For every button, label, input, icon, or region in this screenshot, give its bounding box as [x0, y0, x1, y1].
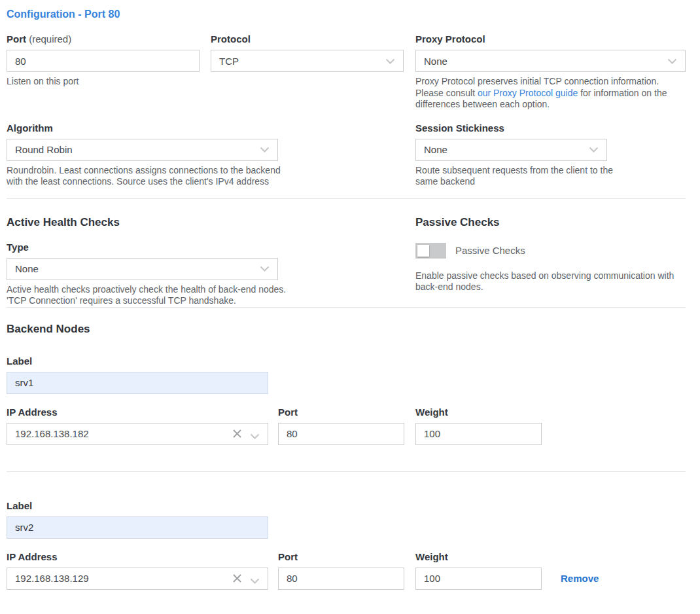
passive-checks-toggle-row: Passive Checks	[415, 242, 686, 260]
node-remove: Remove	[561, 568, 599, 590]
passive-checks-toggle-label: Passive Checks	[455, 245, 525, 256]
chevron-down-icon	[260, 266, 270, 272]
backend-node-group: Label IP Address Port	[7, 500, 686, 590]
protocol-field-group: Protocol TCP	[211, 33, 404, 111]
chevron-down-icon[interactable]	[250, 430, 260, 442]
session-stickiness-field-group: Session Stickiness None Route subsequent…	[415, 122, 618, 188]
node-label-field: Label	[7, 355, 268, 394]
node-weight-label: Weight	[415, 406, 542, 418]
health-check-type-select[interactable]: None	[7, 258, 278, 280]
node-label-label: Label	[7, 355, 268, 367]
node-ip-input[interactable]	[7, 568, 268, 590]
clear-icon[interactable]	[232, 429, 242, 441]
node-ip-input[interactable]	[7, 423, 268, 445]
algorithm-label: Algorithm	[7, 122, 288, 134]
node-label-input[interactable]	[7, 372, 268, 394]
algorithm-field-group: Algorithm Round Robin Roundrobin. Least …	[7, 122, 288, 188]
node-weight-input[interactable]	[415, 568, 542, 590]
chevron-down-icon[interactable]	[250, 575, 260, 587]
node-port-input[interactable]	[278, 568, 404, 590]
remove-node-button[interactable]: Remove	[561, 573, 599, 584]
node-ip-field: IP Address	[7, 551, 268, 590]
node-label-label: Label	[7, 500, 268, 512]
algorithm-select[interactable]: Round Robin	[7, 139, 278, 161]
port-field-group: Port (required) Listen on this port	[7, 33, 200, 111]
chevron-down-icon	[385, 58, 395, 64]
clear-icon[interactable]	[232, 573, 242, 586]
node-ip-label: IP Address	[7, 406, 268, 418]
node-address-row: IP Address Port Weight	[7, 406, 686, 445]
node-port-label: Port	[278, 406, 404, 418]
node-divider	[7, 471, 686, 472]
chevron-down-icon	[667, 58, 677, 64]
active-health-checks-heading: Active Health Checks	[7, 215, 288, 229]
active-health-checks-helper-text: Active health checks proactively check t…	[7, 284, 288, 307]
port-input[interactable]	[7, 50, 200, 72]
node-port-field: Port	[278, 551, 404, 590]
section-divider	[7, 307, 686, 308]
proxy-protocol-label: Proxy Protocol	[415, 33, 686, 45]
health-check-type-label: Type	[7, 242, 288, 253]
node-weight-field: Weight	[415, 406, 542, 445]
active-health-checks-section: Active Health Checks Type None Active he…	[7, 215, 288, 307]
node-label-field: Label	[7, 500, 268, 539]
port-helper-text: Listen on this port	[7, 76, 200, 88]
backend-node-group: Label IP Address Port	[7, 355, 686, 445]
health-checks-row: Active Health Checks Type None Active he…	[7, 215, 686, 307]
session-stickiness-label: Session Stickiness	[415, 122, 618, 134]
node-weight-input[interactable]	[415, 423, 542, 445]
node-weight-label: Weight	[415, 551, 542, 563]
node-port-input[interactable]	[278, 423, 404, 445]
section-divider	[7, 198, 686, 199]
backend-nodes-heading: Backend Nodes	[7, 322, 686, 336]
config-row-2: Algorithm Round Robin Roundrobin. Least …	[7, 122, 686, 188]
page-title: Configuration - Port 80	[7, 8, 686, 21]
session-stickiness-select-value: None	[424, 144, 447, 155]
proxy-protocol-select[interactable]: None	[415, 50, 686, 72]
chevron-down-icon	[589, 147, 599, 153]
chevron-down-icon	[260, 147, 270, 153]
protocol-label: Protocol	[211, 33, 404, 45]
node-ip-field: IP Address	[7, 406, 268, 445]
configuration-page: Configuration - Port 80 Port (required) …	[0, 0, 700, 590]
protocol-select-value: TCP	[219, 56, 239, 67]
session-stickiness-select[interactable]: None	[415, 139, 607, 161]
toggle-knob	[417, 245, 429, 257]
node-address-row: IP Address Port Weight	[7, 551, 686, 590]
node-weight-field: Weight	[415, 551, 542, 590]
passive-checks-section: Passive Checks Passive Checks Enable pas…	[415, 215, 686, 307]
node-port-label: Port	[278, 551, 404, 563]
config-row-1: Port (required) Listen on this port Prot…	[7, 33, 686, 111]
passive-checks-helper-text: Enable passive checks based on observing…	[415, 270, 686, 293]
protocol-select[interactable]: TCP	[211, 50, 404, 72]
node-port-field: Port	[278, 406, 404, 445]
proxy-protocol-field-group: Proxy Protocol None Proxy Protocol prese…	[415, 33, 686, 111]
algorithm-select-value: Round Robin	[15, 144, 73, 155]
proxy-protocol-guide-link[interactable]: our Proxy Protocol guide	[478, 88, 578, 98]
node-label-input[interactable]	[7, 516, 268, 539]
algorithm-helper-text: Roundrobin. Least connections assigns co…	[7, 165, 288, 188]
port-label: Port (required)	[7, 33, 200, 45]
passive-checks-heading: Passive Checks	[415, 215, 686, 229]
port-required-note: (required)	[29, 33, 71, 45]
passive-checks-toggle[interactable]	[415, 243, 446, 259]
proxy-protocol-select-value: None	[424, 56, 447, 67]
session-stickiness-helper-text: Route subsequent requests from the clien…	[415, 165, 618, 188]
node-ip-label: IP Address	[7, 551, 268, 563]
health-check-type-select-value: None	[15, 263, 39, 274]
proxy-protocol-helper-text: Proxy Protocol preserves initial TCP con…	[415, 76, 686, 111]
